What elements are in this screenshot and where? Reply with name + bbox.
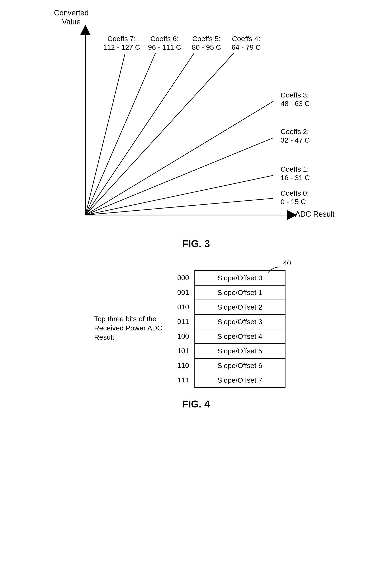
bit-label-2: 010 <box>169 300 194 314</box>
table-row: Slope/Offset 5 <box>195 343 285 358</box>
coeff-range: 80 - 95 C <box>192 43 221 51</box>
svg-line-6 <box>86 53 234 215</box>
ref-40-leader <box>268 267 281 273</box>
coeff-range: 16 - 31 C <box>281 174 310 182</box>
coeff-3-label: Coeffs 3: 48 - 63 C <box>281 91 310 108</box>
chart3: Converted Value <box>50 8 342 228</box>
coeff-range: 0 - 15 C <box>281 198 306 206</box>
fig3-caption: FIG. 3 <box>50 238 342 249</box>
coeff-name: Coeffs 2: <box>281 127 309 135</box>
bit-label-1: 001 <box>169 285 194 300</box>
coeff-name: Coeffs 0: <box>281 189 309 197</box>
coeff-range: 96 - 111 C <box>148 43 181 51</box>
bit-label-5: 101 <box>169 343 194 358</box>
x-axis-label: ADC Result <box>295 210 334 219</box>
coeff-name: Coeffs 4: <box>232 35 260 42</box>
coeff-range: 48 - 63 C <box>281 99 310 107</box>
svg-line-9 <box>86 53 125 215</box>
coeff-5-label: Coeffs 5: 80 - 95 C <box>192 34 221 51</box>
coeff-1-label: Coeffs 1: 16 - 31 C <box>281 165 310 182</box>
figure-3: Converted Value <box>50 8 342 249</box>
bit-label-7: 111 <box>169 373 194 387</box>
coeff-0-label: Coeffs 0: 0 - 15 C <box>281 189 309 206</box>
coeff-name: Coeffs 1: <box>281 165 309 173</box>
coeff-4-label: Coeffs 4: 64 - 79 C <box>232 34 261 51</box>
fig4-body: Top three bits of the Received Power ADC… <box>81 266 311 388</box>
bit-label-6: 110 <box>169 358 194 373</box>
coeff-range: 112 - 127 C <box>103 43 140 51</box>
fig4-table: 40 Slope/Offset 0 Slope/Offset 1 Slope/O… <box>194 270 286 388</box>
table-row: Slope/Offset 2 <box>195 300 285 314</box>
coeff-name: Coeffs 7: <box>108 35 136 42</box>
table-row: Slope/Offset 4 <box>195 329 285 343</box>
table-row: Slope/Offset 3 <box>195 314 285 329</box>
coeff-name: Coeffs 6: <box>150 35 178 42</box>
coeff-6-label: Coeffs 6: 96 - 111 C <box>148 34 181 51</box>
table-row: Slope/Offset 7 <box>195 373 285 387</box>
coeff-range: 64 - 79 C <box>232 43 261 51</box>
coeff-range: 32 - 47 C <box>281 136 310 144</box>
table-row: Slope/Offset 1 <box>195 285 285 300</box>
table-row: Slope/Offset 6 <box>195 358 285 373</box>
svg-line-3 <box>86 175 274 215</box>
svg-line-7 <box>86 53 194 215</box>
svg-line-5 <box>86 101 274 215</box>
coeff-2-label: Coeffs 2: 32 - 47 C <box>281 127 310 144</box>
coeff-name: Coeffs 5: <box>192 35 220 42</box>
ref-40: 40 <box>283 259 291 267</box>
coeff-name: Coeffs 3: <box>281 91 309 99</box>
figure-4: Top three bits of the Received Power ADC… <box>50 266 342 410</box>
coeff-7-label: Coeffs 7: 112 - 127 C <box>103 34 140 51</box>
bit-label-0: 000 <box>169 270 194 285</box>
fig4-desc: Top three bits of the Received Power ADC… <box>94 314 178 342</box>
fig4-caption: FIG. 4 <box>50 398 342 410</box>
svg-line-2 <box>86 198 274 215</box>
fig4-left: Top three bits of the Received Power ADC… <box>107 266 194 387</box>
